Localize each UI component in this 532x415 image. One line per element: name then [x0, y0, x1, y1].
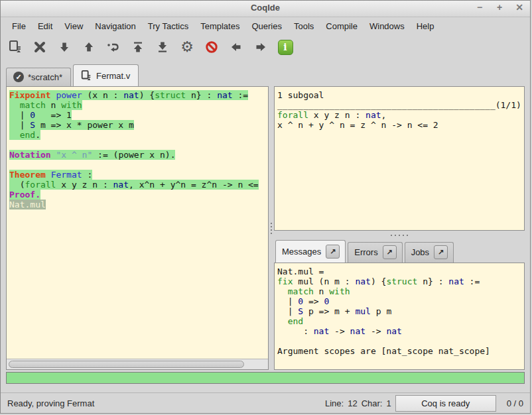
- restart-button[interactable]: [127, 37, 149, 57]
- code-editor[interactable]: Fixpoint power (x n : nat) {struct n} : …: [7, 87, 268, 359]
- code-line: end.: [9, 130, 267, 140]
- code-line: fix mul (n m : nat) {struct n} : nat :=: [277, 276, 523, 286]
- tab-messages[interactable]: Messages ↗: [275, 240, 346, 263]
- tab-errors[interactable]: Errors ↗: [348, 242, 402, 263]
- info-icon: i: [278, 40, 293, 55]
- horizontal-splitter[interactable]: [274, 231, 525, 239]
- about-button[interactable]: i: [275, 37, 296, 57]
- right-arrow-icon: [254, 40, 267, 54]
- code-line: Fixpoint power (x n : nat) {struct n} : …: [9, 90, 267, 100]
- session-tabstrip: ✓ *scratch* Fermat.v: [1, 60, 530, 86]
- script-editor-pane[interactable]: Fixpoint power (x n : nat) {struct n} : …: [6, 86, 269, 370]
- menu-item-file[interactable]: File: [6, 19, 32, 33]
- tab-scratch[interactable]: ✓ *scratch*: [6, 68, 71, 86]
- interrupt-icon: [205, 40, 218, 54]
- close-buffer-button[interactable]: [29, 37, 50, 57]
- titlebar[interactable]: CoqIde − + ✕: [1, 1, 530, 17]
- messages-notebook: Messages ↗ Errors ↗ Jobs ↗ Nat.mul =fix …: [274, 239, 525, 370]
- code-line: ________________________________________…: [277, 100, 523, 110]
- statusbar: Ready, proving Fermat Line: 12 Char: 1 C…: [1, 392, 530, 413]
- menu-item-navigation[interactable]: Navigation: [89, 19, 141, 33]
- interrupt-button[interactable]: [201, 37, 222, 57]
- splitter-grip-icon: [391, 235, 408, 236]
- detach-icon: ↗: [387, 248, 393, 257]
- menu-item-tools[interactable]: Tools: [288, 19, 320, 33]
- minimize-button[interactable]: −: [474, 2, 485, 13]
- code-line: (forall x y z n : nat, x^n + y^n = z^n -…: [9, 180, 267, 190]
- code-line: : nat -> nat -> nat: [277, 326, 523, 336]
- progress-area: [1, 370, 530, 392]
- task-counter: 0 / 0: [500, 398, 523, 408]
- code-line: match n with: [277, 286, 523, 296]
- up-arrow-icon: [82, 40, 96, 54]
- menu-item-templates[interactable]: Templates: [194, 19, 245, 33]
- scrollbar-thumb[interactable]: [9, 361, 244, 368]
- go-to-end-button[interactable]: [152, 37, 173, 57]
- code-line: [9, 160, 267, 170]
- down-arrow-icon: [58, 40, 71, 54]
- messages-tabstrip: Messages ↗ Errors ↗ Jobs ↗: [274, 239, 525, 263]
- tab-jobs[interactable]: Jobs ↗: [405, 242, 454, 263]
- code-line: Argument scopes are [nat_scope nat_scope…: [277, 346, 523, 356]
- left-arrow-icon: [230, 40, 243, 54]
- tab-label: Messages: [282, 247, 321, 257]
- code-line: | S p => m + mul p m: [277, 306, 523, 316]
- next-button[interactable]: [250, 37, 271, 57]
- char-label: Char:: [362, 398, 383, 408]
- menu-item-edit[interactable]: Edit: [32, 19, 58, 33]
- save-document-icon: [8, 40, 23, 54]
- code-line: Notation "x ^ n" := (power x n).: [9, 150, 267, 160]
- close-button[interactable]: ✕: [514, 2, 525, 13]
- messages-pane[interactable]: Nat.mul =fix mul (n m : nat) {struct n} …: [274, 263, 525, 370]
- menu-item-queries[interactable]: Queries: [245, 19, 288, 33]
- menu-item-try-tactics[interactable]: Try Tactics: [142, 19, 194, 33]
- forward-one-button[interactable]: [54, 37, 75, 57]
- vertical-splitter[interactable]: [269, 86, 274, 370]
- char-value: 1: [386, 398, 391, 408]
- document-icon: [80, 70, 92, 82]
- toolbar: ⚙ i: [1, 34, 530, 60]
- backward-one-button[interactable]: [78, 37, 100, 57]
- go-to-cursor-button[interactable]: [103, 37, 124, 57]
- detach-button[interactable]: ↗: [434, 245, 448, 259]
- save-document-button[interactable]: [5, 37, 26, 57]
- goals-pane[interactable]: 1 subgoal_______________________________…: [274, 86, 525, 231]
- code-line: | 0 => 1: [9, 110, 267, 120]
- messages-view[interactable]: Nat.mul =fix mul (n m : nat) {struct n} …: [275, 263, 524, 357]
- menubar: FileEditViewNavigationTry TacticsTemplat…: [1, 17, 530, 34]
- fully-check-button[interactable]: ⚙: [176, 37, 198, 57]
- right-column: 1 subgoal_______________________________…: [274, 86, 525, 370]
- go-to-cursor-icon: [106, 40, 121, 54]
- menu-item-compile[interactable]: Compile: [320, 19, 364, 33]
- tab-label: Errors: [354, 247, 377, 257]
- previous-button[interactable]: [226, 37, 247, 57]
- code-line: forall x y z n : nat,: [277, 110, 523, 120]
- code-line: end: [277, 316, 523, 326]
- menu-item-view[interactable]: View: [58, 19, 89, 33]
- horizontal-scrollbar[interactable]: [7, 359, 268, 369]
- splitter-grip-icon: [271, 223, 272, 234]
- tab-label: Fermat.v: [96, 71, 130, 81]
- code-line: Nat.mul =: [277, 267, 523, 276]
- detach-button[interactable]: ↗: [326, 245, 340, 259]
- menu-item-windows[interactable]: Windows: [364, 19, 411, 33]
- code-line: | S m => x * power x m: [9, 120, 267, 130]
- detach-button[interactable]: ↗: [383, 245, 397, 259]
- tab-fermat[interactable]: Fermat.v: [73, 64, 139, 86]
- coqide-window: CoqIde − + ✕ FileEditViewNavigationTry T…: [0, 0, 531, 414]
- line-label: Line:: [325, 398, 344, 408]
- code-line: Proof.: [9, 190, 267, 200]
- maximize-button[interactable]: +: [494, 2, 505, 13]
- code-line: [277, 336, 523, 346]
- code-line: x ^ n + y ^ n = z ^ n -> n <= 2: [277, 120, 523, 130]
- status-message: Ready, proving Fermat: [7, 398, 94, 408]
- goals-view[interactable]: 1 subgoal_______________________________…: [275, 87, 524, 131]
- gear-icon: ⚙: [180, 40, 194, 54]
- progress-bar: [6, 372, 525, 384]
- code-line: [9, 140, 267, 150]
- tab-label: *scratch*: [28, 72, 62, 82]
- tab-label: Jobs: [411, 247, 429, 257]
- menu-item-help[interactable]: Help: [411, 19, 440, 33]
- code-line: 1 subgoal: [277, 90, 523, 100]
- code-line: Nat.mul: [9, 200, 267, 209]
